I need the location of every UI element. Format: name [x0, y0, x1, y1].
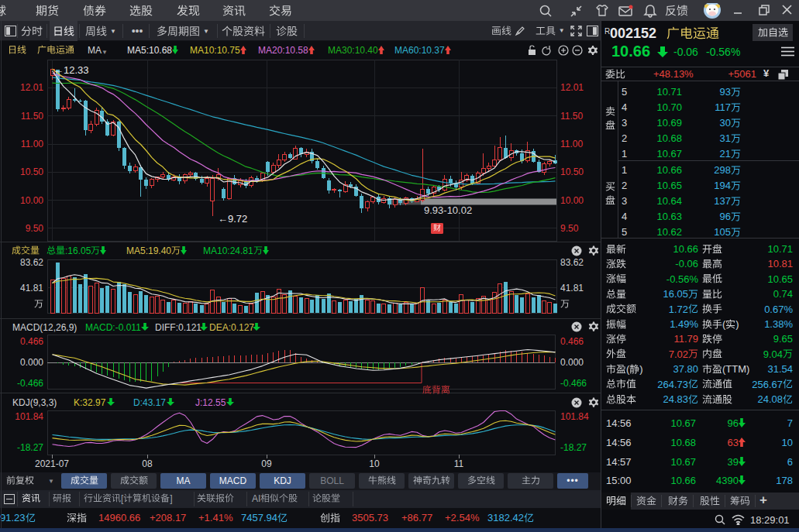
svg-text:MACD:-0.011: MACD:-0.011 — [85, 322, 141, 333]
svg-text:12.01: 12.01 — [560, 82, 584, 93]
svg-text:08: 08 — [142, 458, 153, 469]
svg-text:9.93-10.02: 9.93-10.02 — [424, 204, 472, 216]
svg-text:41.81: 41.81 — [560, 283, 584, 293]
svg-text:09: 09 — [261, 458, 272, 469]
svg-text:9.50: 9.50 — [560, 223, 579, 234]
svg-text:9.50: 9.50 — [26, 223, 44, 234]
svg-text:-18.27: -18.27 — [560, 442, 587, 453]
svg-text:11.00: 11.00 — [21, 139, 43, 149]
svg-text:12.01: 12.01 — [20, 82, 43, 93]
svg-text:KDJ(9,3,3): KDJ(9,3,3) — [12, 397, 57, 408]
svg-text:83.62: 83.62 — [560, 257, 584, 268]
svg-text:0.000: 0.000 — [20, 357, 43, 368]
svg-text:41.81: 41.81 — [20, 283, 43, 293]
svg-text:0.000: 0.000 — [560, 357, 584, 368]
svg-text:-18.27: -18.27 — [17, 442, 43, 453]
svg-text:K:32.97: K:32.97 — [74, 397, 106, 408]
svg-text:DEA:0.127: DEA:0.127 — [209, 322, 254, 333]
svg-text:10.50: 10.50 — [20, 166, 43, 177]
svg-text:10.50: 10.50 — [560, 166, 584, 177]
svg-text:11.00: 11.00 — [560, 139, 583, 149]
svg-text:11.50: 11.50 — [21, 111, 43, 122]
svg-text:J:12.55: J:12.55 — [195, 397, 226, 408]
svg-text:11.50: 11.50 — [560, 111, 583, 122]
svg-text:11: 11 — [454, 458, 464, 469]
svg-text:10: 10 — [369, 458, 380, 469]
svg-text:0.466: 0.466 — [20, 336, 43, 347]
svg-text:10.00: 10.00 — [560, 195, 584, 206]
svg-text:10.00: 10.00 — [20, 195, 43, 206]
svg-text:83.62: 83.62 — [20, 257, 43, 268]
svg-text:D:43.17: D:43.17 — [133, 397, 166, 408]
svg-text:2021-07: 2021-07 — [35, 458, 69, 469]
svg-text:←9.72: ←9.72 — [218, 213, 247, 225]
svg-text:0.466: 0.466 — [560, 336, 584, 347]
svg-text:-0.466: -0.466 — [17, 378, 43, 389]
svg-text:101.84: 101.84 — [15, 411, 43, 422]
svg-text:MACD(12,26,9): MACD(12,26,9) — [12, 322, 77, 333]
svg-text:101.84: 101.84 — [560, 411, 589, 422]
svg-text:←12.33: ←12.33 — [53, 64, 89, 76]
svg-text:-0.466: -0.466 — [560, 378, 587, 389]
svg-text:DIFF:0.121: DIFF:0.121 — [155, 322, 201, 333]
